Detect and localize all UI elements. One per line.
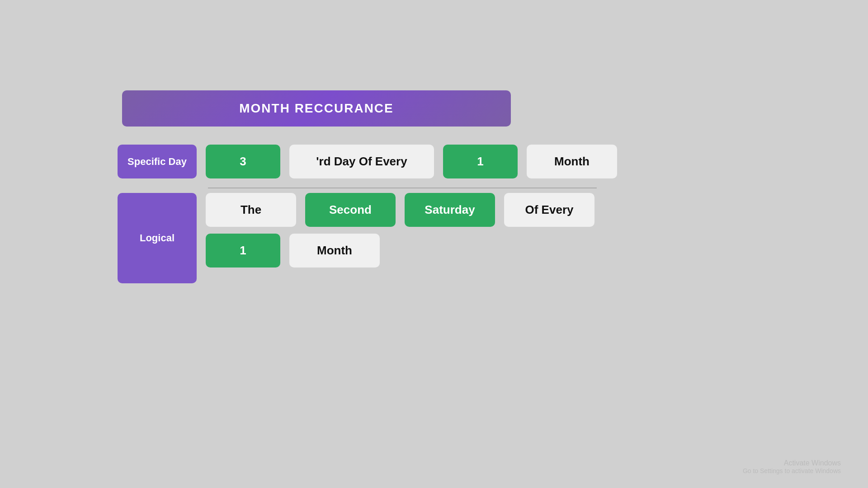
main-container: MONTH RECCURANCE Specific Day 3 'rd Day …	[118, 90, 750, 283]
logical-section: Logical The Second Saturday Of Every 1 M…	[118, 193, 750, 283]
logical-second[interactable]: Second	[305, 193, 396, 227]
specific-day-month-label[interactable]: Month	[527, 145, 617, 178]
logical-label[interactable]: Logical	[118, 193, 197, 283]
logical-month-label[interactable]: Month	[289, 234, 380, 267]
header-title: MONTH RECCURANCE	[239, 101, 394, 116]
logical-of-every[interactable]: Of Every	[504, 193, 594, 227]
logical-saturday[interactable]: Saturday	[405, 193, 495, 227]
logical-the[interactable]: The	[206, 193, 296, 227]
section-divider	[208, 188, 597, 188]
logical-month-num[interactable]: 1	[206, 234, 280, 267]
specific-day-pills: 3 'rd Day Of Every 1 Month	[206, 145, 617, 178]
specific-day-descriptor[interactable]: 'rd Day Of Every	[289, 145, 434, 178]
logical-pills: The Second Saturday Of Every 1 Month	[206, 193, 594, 283]
specific-day-label[interactable]: Specific Day	[118, 145, 197, 178]
windows-watermark: Activate Windows Go to Settings to activ…	[743, 459, 841, 474]
specific-day-month-num[interactable]: 1	[443, 145, 518, 178]
logical-row-1: The Second Saturday Of Every	[206, 193, 594, 227]
watermark-line2: Go to Settings to activate Windows	[743, 467, 841, 474]
logical-row-2: 1 Month	[206, 234, 594, 267]
watermark-line1: Activate Windows	[743, 459, 841, 467]
specific-day-number[interactable]: 3	[206, 145, 280, 178]
header-banner: MONTH RECCURANCE	[122, 90, 511, 127]
specific-day-row: Specific Day 3 'rd Day Of Every 1 Month	[118, 145, 750, 178]
